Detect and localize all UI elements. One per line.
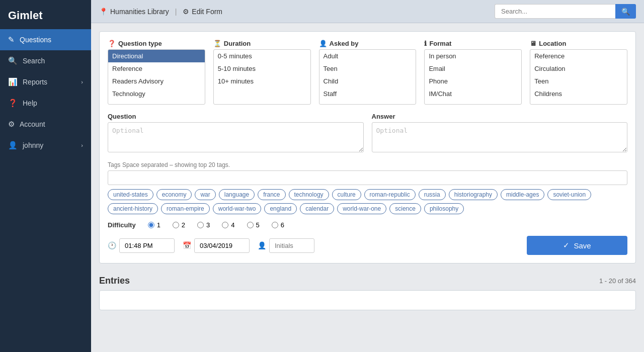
difficulty-label: Difficulty — [108, 221, 136, 229]
edit-form-label: Edit Form — [192, 8, 222, 16]
sidebar-item-account-label: Account — [20, 120, 45, 128]
time-input[interactable] — [119, 238, 175, 253]
question-type-filter: ❓ Question type Directional Reference Re… — [108, 40, 205, 105]
duration-label: ⏳ Duration — [213, 40, 311, 47]
edit-form-link[interactable]: ⚙ Edit Form — [183, 8, 222, 16]
tag-pill[interactable]: culture — [332, 189, 361, 200]
user-icon: 👤 — [8, 141, 18, 150]
difficulty-option-4[interactable]: 4 — [222, 221, 234, 229]
tags-input[interactable] — [108, 170, 627, 185]
list-item[interactable]: Teen — [530, 75, 627, 87]
tag-pill[interactable]: technology — [289, 189, 329, 200]
sidebar-item-help[interactable]: ❓ Help — [0, 93, 91, 114]
list-item[interactable]: 10+ minutes — [214, 75, 310, 87]
list-item[interactable]: Staff — [319, 87, 416, 100]
question-type-list[interactable]: Directional Reference Readers Advisory T… — [108, 49, 205, 105]
topbar: 📍 Humanities Library | ⚙ Edit Form 🔍 — [91, 0, 644, 23]
tag-pill[interactable]: soviet-union — [547, 189, 591, 200]
tag-pill[interactable]: france — [258, 189, 285, 200]
list-item[interactable]: Office — [530, 100, 627, 105]
list-item[interactable]: 0-5 minutes — [214, 50, 310, 62]
difficulty-option-6[interactable]: 6 — [272, 221, 284, 229]
question-textarea[interactable] — [108, 122, 364, 152]
checkmark-icon: ✓ — [563, 241, 570, 250]
sidebar-item-search-label: Search — [23, 57, 45, 65]
content-area: ❓ Question type Directional Reference Re… — [91, 23, 644, 352]
tag-pill[interactable]: roman-republic — [364, 189, 416, 200]
difficulty-option-1[interactable]: 1 — [148, 221, 160, 229]
asked-by-list[interactable]: Adult Teen Child Staff Other — [319, 49, 417, 105]
tag-pill[interactable]: philosophy — [424, 203, 464, 214]
list-item[interactable]: Adult — [319, 50, 416, 62]
tag-pill[interactable]: economy — [156, 189, 192, 200]
list-item[interactable]: IM/Chat — [425, 87, 521, 100]
location-list[interactable]: Reference Circulation Teen Childrens Off… — [530, 49, 627, 105]
answer-label: Answer — [372, 113, 628, 120]
save-button[interactable]: ✓ Save — [527, 236, 627, 255]
answer-textarea[interactable] — [372, 122, 628, 152]
list-item[interactable]: Appointment — [425, 100, 521, 105]
sidebar-item-reports[interactable]: 📊 Reports › — [0, 71, 91, 93]
tag-pill[interactable]: world-war-one — [337, 203, 386, 214]
tags-label: Tags Space separated – showing top 20 ta… — [108, 161, 627, 168]
sidebar-item-johnny[interactable]: 👤 johnny › — [0, 135, 91, 156]
format-list[interactable]: In person Email Phone IM/Chat Appointmen… — [424, 49, 522, 105]
sidebar-item-account[interactable]: ⚙ Account — [0, 114, 91, 135]
footer-row: 🕐 📅 👤 ✓ Save — [108, 236, 627, 255]
sidebar-item-questions-label: Questions — [20, 36, 51, 44]
question-type-icon: ❓ — [108, 40, 116, 47]
tag-pill[interactable]: ancient-history — [108, 203, 158, 214]
list-item[interactable]: Directional — [108, 50, 205, 62]
calendar-icon: 📅 — [183, 241, 191, 249]
tag-pill[interactable]: language — [219, 189, 255, 200]
tag-pill[interactable]: war — [195, 189, 215, 200]
sidebar-item-search[interactable]: 🔍 Search — [0, 50, 91, 71]
entries-header: Entries 1 - 20 of 364 — [99, 272, 636, 290]
reports-chevron-icon: › — [81, 79, 83, 85]
list-item[interactable]: 5-10 minutes — [214, 62, 310, 75]
location-filter-label: 🖥 Location — [530, 40, 627, 47]
search-button[interactable]: 🔍 — [615, 4, 636, 19]
initials-field: 👤 — [258, 238, 314, 253]
list-item[interactable]: In person — [425, 50, 521, 62]
list-item[interactable]: Other — [319, 100, 416, 105]
tags-sublabel: Space separated – showing top 20 tags. — [122, 161, 230, 168]
list-item[interactable]: Email — [425, 62, 521, 75]
question-type-label: ❓ Question type — [108, 40, 205, 47]
list-item[interactable]: Reference — [530, 50, 627, 62]
location-filter: 🖥 Location Reference Circulation Teen Ch… — [530, 40, 627, 105]
list-item[interactable]: Child — [319, 75, 416, 87]
entries-table — [99, 290, 636, 310]
list-item[interactable]: Other — [108, 100, 205, 105]
tag-pill[interactable]: science — [389, 203, 421, 214]
difficulty-option-5[interactable]: 5 — [247, 221, 260, 229]
tag-pill[interactable]: russia — [419, 189, 446, 200]
list-item[interactable]: Reference — [108, 62, 205, 75]
search-area: 🔍 — [495, 4, 636, 19]
tag-pill[interactable]: historiography — [449, 189, 498, 200]
list-item[interactable]: Phone — [425, 75, 521, 87]
difficulty-option-3[interactable]: 3 — [197, 221, 210, 229]
list-item[interactable]: Readers Advisory — [108, 75, 205, 87]
search-input[interactable] — [495, 4, 615, 19]
duration-list[interactable]: 0-5 minutes 5-10 minutes 10+ minutes — [213, 49, 311, 105]
tag-pill[interactable]: england — [264, 203, 297, 214]
list-item[interactable]: Teen — [319, 62, 416, 75]
tag-pill[interactable]: united-states — [108, 189, 153, 200]
answer-field: Answer — [372, 113, 628, 154]
difficulty-option-2[interactable]: 2 — [173, 221, 185, 229]
tag-pill[interactable]: roman-empire — [161, 203, 210, 214]
list-item[interactable]: Circulation — [530, 62, 627, 75]
entries-title: Entries — [99, 276, 130, 286]
initials-input[interactable] — [269, 238, 314, 253]
format-icon: ℹ — [424, 40, 427, 47]
initials-icon: 👤 — [258, 241, 266, 249]
sidebar-item-questions[interactable]: ✎ Questions — [0, 29, 91, 50]
date-input[interactable] — [194, 238, 250, 253]
list-item[interactable]: Technology — [108, 87, 205, 100]
list-item[interactable]: Childrens — [530, 87, 627, 100]
tag-pill[interactable]: world-war-two — [213, 203, 262, 214]
topbar-divider: | — [175, 8, 177, 16]
tag-pill[interactable]: calendar — [300, 203, 334, 214]
tag-pill[interactable]: middle-ages — [501, 189, 544, 200]
